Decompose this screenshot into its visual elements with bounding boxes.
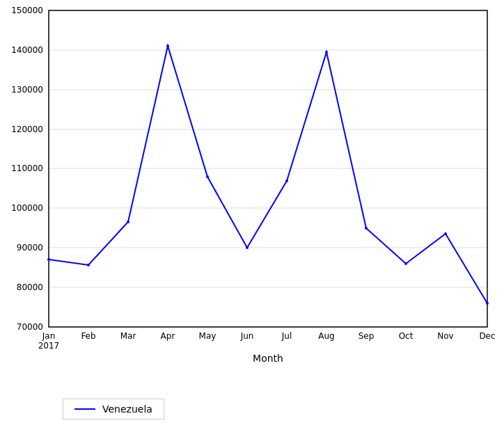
xtick-apr: Apr: [161, 331, 175, 341]
chart-container: 150000 140000 130000 120000 110000 10000…: [0, 0, 504, 432]
ytick-90000: 90000: [17, 243, 43, 253]
chart-background: [0, 0, 504, 432]
xtick-may: May: [199, 331, 216, 341]
point-apr: [166, 45, 169, 47]
ytick-120000: 120000: [11, 125, 43, 134]
point-jul: [285, 179, 288, 182]
point-mar: [127, 221, 129, 223]
ytick-110000: 110000: [11, 163, 43, 173]
xtick-aug: Aug: [318, 331, 334, 341]
xtick-jul: Jul: [281, 331, 292, 341]
xtick-oct: Oct: [399, 331, 414, 341]
ytick-100000: 100000: [11, 203, 43, 213]
point-jan: [47, 258, 50, 261]
ytick-150000: 150000: [11, 6, 43, 15]
legend-line: [74, 408, 95, 410]
xtick-feb: Feb: [81, 331, 95, 341]
xtick-jun: Jun: [240, 331, 254, 341]
ytick-140000: 140000: [11, 45, 43, 55]
xtick-sep: Sep: [359, 331, 375, 341]
point-jun: [246, 246, 249, 249]
chart-svg: 150000 140000 130000 120000 110000 10000…: [0, 0, 504, 432]
xtick-dec: Dec: [479, 331, 495, 341]
legend: Venezuela: [63, 399, 164, 419]
ytick-80000: 80000: [17, 282, 43, 292]
legend-label: Venezuela: [102, 403, 152, 415]
ytick-70000: 70000: [17, 322, 43, 332]
point-sep: [365, 227, 368, 230]
x-axis-label: Month: [253, 353, 283, 364]
point-dec: [486, 302, 489, 305]
point-aug: [325, 51, 328, 54]
xtick-2017: 2017: [38, 341, 60, 351]
point-feb: [87, 264, 90, 266]
xtick-mar: Mar: [120, 331, 136, 341]
ytick-130000: 130000: [11, 85, 43, 95]
xtick-nov: Nov: [437, 331, 453, 341]
xtick-jan: Jan: [42, 331, 56, 341]
point-nov: [444, 232, 447, 235]
point-oct: [404, 262, 407, 265]
point-may: [206, 175, 209, 178]
